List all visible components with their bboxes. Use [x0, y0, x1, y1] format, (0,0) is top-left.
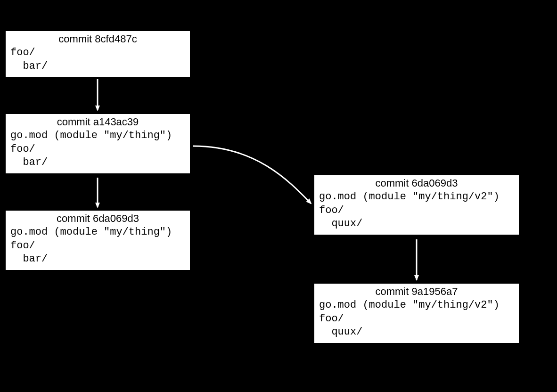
commit-box-c3: commit 6da069d3 go.mod (module "my/thing… [5, 210, 191, 271]
arrow-c2-c4 [193, 146, 311, 204]
commit-header: commit 8cfd487c [10, 33, 185, 45]
commit-box-c4: commit 6da069d3 go.mod (module "my/thing… [313, 174, 520, 236]
commit-header: commit 6da069d3 [319, 177, 514, 189]
commit-box-c1: commit 8cfd487c foo/ bar/ [5, 30, 191, 78]
commit-body: go.mod (module "my/thing") foo/ bar/ [10, 226, 185, 266]
commit-header: commit 6da069d3 [10, 212, 185, 225]
commit-box-c5: commit 9a1956a7 go.mod (module "my/thing… [313, 283, 520, 344]
commit-header: commit a143ac39 [10, 116, 185, 128]
commit-body: foo/ bar/ [10, 46, 185, 73]
commit-box-c2: commit a143ac39 go.mod (module "my/thing… [5, 113, 191, 174]
commit-header: commit 9a1956a7 [319, 286, 514, 298]
commit-body: go.mod (module "my/thing") foo/ bar/ [10, 129, 185, 170]
commit-body: go.mod (module "my/thing/v2") foo/ quux/ [319, 299, 514, 339]
commit-body: go.mod (module "my/thing/v2") foo/ quux/ [319, 190, 514, 231]
